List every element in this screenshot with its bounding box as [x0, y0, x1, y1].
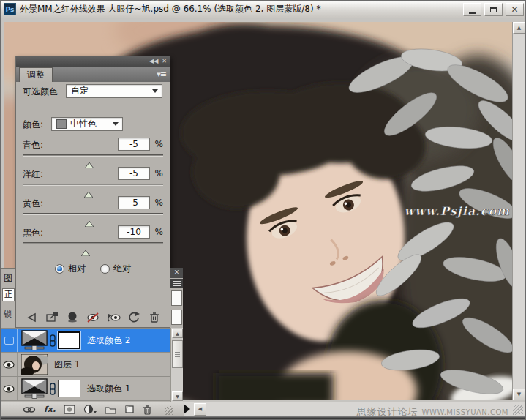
- layer-row-selective-color-2[interactable]: 选取颜色 2: [1, 329, 170, 353]
- layer-name[interactable]: 选取颜色 1: [87, 383, 130, 395]
- opacity-field-clipped[interactable]: [171, 290, 182, 306]
- layers-panel-menu-icon[interactable]: [170, 279, 183, 288]
- magenta-value-input[interactable]: -5: [118, 167, 150, 180]
- panel-flyout-arrow-icon[interactable]: [184, 404, 190, 414]
- scroll-up-icon[interactable]: ▲: [513, 22, 525, 34]
- close-icon: ✕: [511, 4, 518, 15]
- layer-row-selective-color-1[interactable]: 选取颜色 1: [1, 377, 170, 401]
- toggle-visibility-eye-icon[interactable]: [85, 311, 101, 324]
- close-button[interactable]: ✕: [506, 3, 524, 16]
- fill-field-clipped[interactable]: [171, 310, 182, 325]
- relative-label: 相对: [68, 263, 86, 275]
- reset-button[interactable]: [126, 311, 142, 324]
- panel-resize-grip[interactable]: [165, 406, 173, 415]
- view-previous-state-button[interactable]: [105, 311, 121, 324]
- yellow-slider-group: 黄色: -5 %: [23, 198, 163, 225]
- back-arrow-button[interactable]: [23, 311, 40, 324]
- delete-layer-trash-icon[interactable]: [143, 405, 152, 415]
- layer-mask-thumbnail[interactable]: [58, 380, 80, 397]
- layer-mask-link-icon[interactable]: [49, 383, 56, 395]
- magenta-slider-group: 洋红: -5 %: [23, 168, 163, 196]
- scroll-down-icon[interactable]: ▼: [172, 391, 183, 401]
- adjustments-panel: ◀◀ ✕ 调整 ▾≡ 可选颜色 自定 颜色: 中性色: [15, 56, 170, 328]
- document-title: 外景MM之红外线效果 大眼仔~旭.psd @ 66.1% (选取颜色 2, 图层…: [20, 3, 320, 15]
- clip-to-layer-button[interactable]: [64, 311, 80, 324]
- layer-list: 选取颜色 2 图层 1 选取颜色 1: [1, 328, 183, 402]
- add-layer-mask-icon[interactable]: [64, 405, 75, 414]
- adjustment-layer-thumbnail[interactable]: [21, 330, 48, 350]
- color-value: 中性色: [70, 118, 97, 130]
- panel-tab-bar: 调整 ▾≡: [16, 67, 170, 82]
- radio-selected-icon: [55, 264, 64, 274]
- layer-name[interactable]: 选取颜色 2: [87, 334, 130, 347]
- new-adjustment-layer-icon[interactable]: [83, 405, 97, 414]
- layer-row-layer-1[interactable]: 图层 1: [1, 353, 170, 377]
- collapse-panel-icon[interactable]: ◀◀: [149, 59, 158, 64]
- black-value-input[interactable]: -10: [118, 225, 150, 239]
- image-layer-thumbnail[interactable]: [21, 354, 48, 375]
- yellow-slider-track[interactable]: [23, 213, 163, 215]
- scroll-down-icon[interactable]: ▼: [513, 389, 525, 400]
- scrollbar-thumb[interactable]: [172, 340, 183, 368]
- black-label: 黑色:: [23, 227, 43, 239]
- layer-name[interactable]: 图层 1: [54, 359, 80, 371]
- magenta-slider-track[interactable]: [23, 184, 163, 186]
- black-slider-thumb[interactable]: [81, 245, 90, 259]
- horizontal-scrollbar[interactable]: ◀ 思缘设计论坛 WWW.MISSYUAN.COM: [184, 402, 525, 416]
- close-layers-panel-icon[interactable]: ✕: [170, 268, 183, 278]
- eye-hidden-icon: [4, 337, 14, 345]
- link-layers-icon[interactable]: [23, 406, 36, 413]
- scroll-left-icon[interactable]: ◀: [194, 403, 206, 416]
- switch-panel-view-button[interactable]: [44, 311, 60, 324]
- panel-header-bar: ◀◀ ✕: [16, 56, 170, 67]
- titlebar[interactable]: Ps 外景MM之红外线效果 大眼仔~旭.psd @ 66.1% (选取颜色 2,…: [1, 1, 526, 18]
- restore-icon: [490, 7, 497, 12]
- new-group-folder-icon[interactable]: [105, 405, 116, 414]
- adjustment-layer-thumbnail[interactable]: [21, 378, 48, 399]
- black-slider-track[interactable]: [23, 242, 163, 244]
- new-layer-icon[interactable]: [124, 405, 135, 414]
- scroll-up-icon[interactable]: ▲: [172, 329, 183, 338]
- yellow-value-input[interactable]: -5: [118, 196, 150, 209]
- cyan-slider-track[interactable]: [23, 154, 163, 157]
- visibility-toggle[interactable]: [1, 353, 18, 376]
- cyan-value-input[interactable]: -5: [118, 138, 150, 151]
- close-panel-icon[interactable]: ✕: [162, 59, 167, 64]
- layers-scrollbar[interactable]: ▲ ▼: [170, 328, 183, 402]
- yellow-unit: %: [155, 198, 163, 208]
- preset-value: 自定: [71, 85, 89, 97]
- relative-radio[interactable]: 相对: [55, 263, 86, 275]
- layers-panel-left-edge: 图 正 锁: [1, 268, 15, 328]
- absolute-label: 绝对: [113, 263, 131, 275]
- forum-name: 思缘设计论坛: [357, 406, 418, 417]
- selective-color-controls: 可选颜色 自定 颜色: 中性色 青色: -5 %: [16, 82, 170, 307]
- vertical-scrollbar[interactable]: ▲ ▼: [512, 22, 525, 400]
- visibility-toggle[interactable]: [1, 377, 18, 400]
- cyan-label: 青色:: [23, 139, 43, 151]
- preset-dropdown[interactable]: 自定: [66, 84, 162, 98]
- color-dropdown[interactable]: 中性色: [51, 117, 123, 131]
- minimize-icon: [469, 12, 476, 14]
- cyan-unit: %: [155, 139, 163, 149]
- black-slider-group: 黑色: -10 %: [23, 227, 163, 255]
- layer-mask-link-icon[interactable]: [49, 334, 56, 347]
- color-swatch: [56, 119, 67, 129]
- photoshop-app-icon: Ps: [4, 3, 16, 15]
- magenta-label: 洋红:: [23, 168, 43, 181]
- layers-tab-clipped[interactable]: 图: [4, 272, 12, 285]
- restore-button[interactable]: [484, 3, 503, 16]
- blend-mode-dropdown-clipped[interactable]: 正: [2, 288, 15, 301]
- yellow-label: 黄色:: [23, 198, 43, 210]
- absolute-radio[interactable]: 绝对: [100, 263, 131, 275]
- window-resize-grip[interactable]: [513, 405, 523, 415]
- panel-menu-icon[interactable]: ▾≡: [157, 70, 166, 79]
- visibility-toggle[interactable]: [1, 329, 18, 352]
- eye-icon: [3, 385, 15, 393]
- cyan-slider-group: 青色: -5 %: [23, 139, 163, 167]
- layer-mask-thumbnail[interactable]: [58, 331, 80, 349]
- tab-adjustments[interactable]: 调整: [19, 67, 53, 82]
- minimize-button[interactable]: [463, 3, 481, 16]
- selective-color-label: 可选颜色: [23, 86, 58, 98]
- layers-panel-right-edge: ✕: [170, 268, 183, 328]
- delete-adjustment-trash-icon[interactable]: [146, 311, 162, 324]
